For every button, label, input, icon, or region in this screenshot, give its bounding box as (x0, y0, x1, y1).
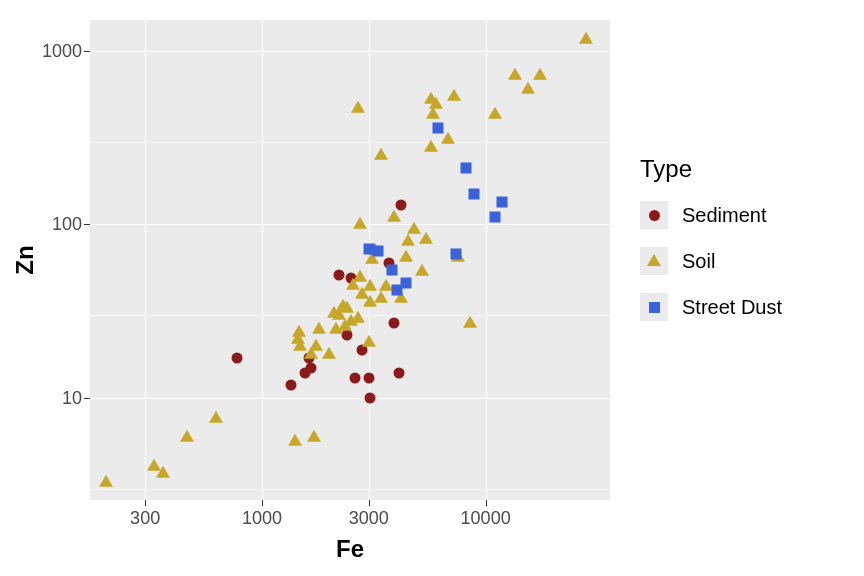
legend-label-soil: Soil (682, 250, 715, 273)
legend-label-sediment: Sediment (682, 204, 767, 227)
x-tick-mark (486, 500, 487, 506)
data-point (489, 212, 500, 223)
y-tick-mark (84, 398, 90, 399)
data-point (286, 379, 297, 390)
x-tick-mark (369, 500, 370, 506)
data-point (180, 430, 194, 442)
data-point (99, 475, 113, 487)
legend-item-soil: Soil (640, 247, 782, 275)
y-axis-title: Zn (11, 245, 39, 274)
legend-key-sediment (640, 201, 668, 229)
data-point (307, 430, 321, 442)
circle-icon (649, 210, 660, 221)
y-tick-mark (84, 224, 90, 225)
data-point (432, 122, 443, 133)
y-tick-label: 100 (52, 214, 82, 235)
data-point (362, 335, 376, 347)
legend-key-streetdust (640, 293, 668, 321)
gridline-vertical (262, 20, 263, 500)
data-point (231, 353, 242, 364)
data-point (488, 107, 502, 119)
data-point (365, 393, 376, 404)
y-tick-label: 10 (62, 388, 82, 409)
plot-panel (90, 20, 610, 500)
data-point (441, 132, 455, 144)
legend-title: Type (640, 155, 782, 183)
data-point (292, 325, 306, 337)
data-point (424, 140, 438, 152)
data-point (419, 231, 433, 243)
data-point (394, 367, 405, 378)
gridline-horizontal (90, 489, 610, 490)
data-point (400, 278, 411, 289)
y-tick-mark (84, 51, 90, 52)
triangle-icon (647, 254, 661, 266)
data-point (156, 466, 170, 478)
data-point (288, 434, 302, 446)
data-point (447, 89, 461, 101)
data-point (309, 339, 323, 351)
legend-key-soil (640, 247, 668, 275)
x-tick-label: 300 (130, 508, 160, 529)
data-point (386, 264, 397, 275)
x-axis-title: Fe (336, 535, 364, 563)
data-point (451, 248, 462, 259)
x-tick-mark (145, 500, 146, 506)
data-point (396, 199, 407, 210)
data-point (508, 68, 522, 80)
data-point (521, 82, 535, 94)
data-point (351, 100, 365, 112)
data-point (363, 373, 374, 384)
y-tick-label: 1000 (42, 40, 82, 61)
legend: Type Sediment Soil Street Dust (640, 155, 782, 339)
x-tick-mark (262, 500, 263, 506)
data-point (469, 188, 480, 199)
x-tick-label: 10000 (461, 508, 511, 529)
data-point (349, 373, 360, 384)
legend-item-sediment: Sediment (640, 201, 782, 229)
data-point (372, 246, 383, 257)
gridline-horizontal (90, 224, 610, 225)
data-point (496, 196, 507, 207)
gridline-horizontal (90, 142, 610, 143)
data-point (461, 163, 472, 174)
data-point (305, 362, 316, 373)
data-point (399, 250, 413, 262)
data-point (209, 411, 223, 423)
gridline-horizontal (90, 51, 610, 52)
data-point (533, 68, 547, 80)
data-point (353, 217, 367, 229)
data-point (389, 318, 400, 329)
data-point (429, 97, 443, 109)
data-point (463, 316, 477, 328)
data-point (333, 270, 344, 281)
legend-item-streetdust: Street Dust (640, 293, 782, 321)
data-point (312, 322, 326, 334)
data-point (415, 264, 429, 276)
chart-container: Fe Zn Type Sediment Soil Street Dust 300… (0, 0, 864, 576)
data-point (351, 311, 365, 323)
data-point (322, 347, 336, 359)
square-icon (649, 302, 660, 313)
data-point (374, 290, 388, 302)
data-point (401, 234, 415, 246)
data-point (387, 210, 401, 222)
data-point (374, 148, 388, 160)
x-tick-label: 3000 (349, 508, 389, 529)
gridline-vertical (486, 20, 487, 500)
gridline-horizontal (90, 398, 610, 399)
gridline-vertical (145, 20, 146, 500)
legend-label-streetdust: Street Dust (682, 296, 782, 319)
x-tick-label: 1000 (242, 508, 282, 529)
data-point (579, 32, 593, 44)
